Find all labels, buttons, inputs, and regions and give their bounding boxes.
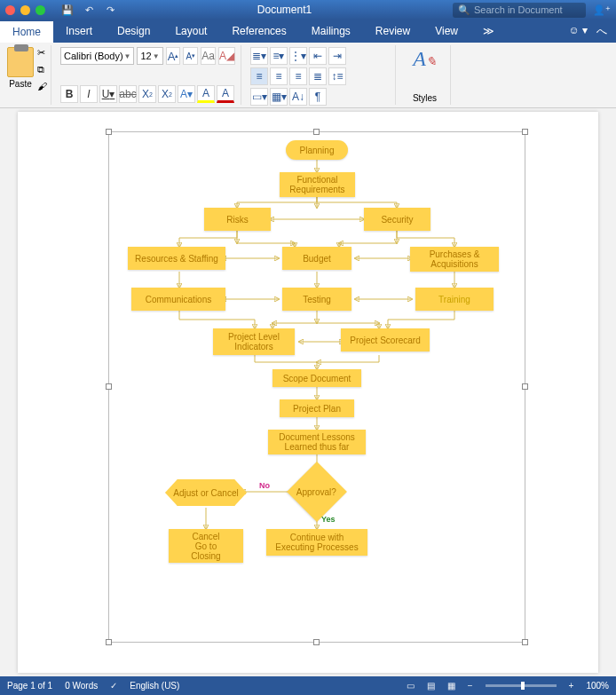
minimize-window[interactable] [20,5,30,15]
tab-overflow[interactable]: ≫ [470,20,507,43]
node-risks: Risks [204,208,271,231]
node-cancel: Cancel Go to Closing [169,529,243,563]
align-left-button[interactable]: ≡ [250,67,268,85]
tab-layout[interactable]: Layout [162,20,219,43]
shading-button[interactable]: ▭▾ [250,88,268,106]
highlight-button[interactable]: A [197,85,215,103]
tab-insert[interactable]: Insert [53,20,105,43]
node-testing: Testing [282,288,351,311]
node-security: Security [364,208,430,231]
maximize-window[interactable] [36,5,45,15]
status-page[interactable]: Page 1 of 1 [7,681,52,691]
copy-icon[interactable]: ⧉ [37,64,47,75]
tab-references[interactable]: References [219,20,298,43]
spellcheck-icon[interactable]: ✓ [110,681,117,691]
superscript-button[interactable]: X2 [158,85,176,103]
zoom-out-button[interactable]: − [468,681,473,691]
numbering-button[interactable]: ≡▾ [270,47,288,65]
indent-button[interactable]: ⇥ [328,47,346,65]
align-right-button[interactable]: ≡ [289,67,307,85]
underline-button[interactable]: U▾ [99,85,117,103]
outdent-button[interactable]: ⇤ [309,47,327,65]
status-lang[interactable]: English (US) [130,681,179,691]
tab-view[interactable]: View [423,20,470,43]
text-effects-button[interactable]: A▾ [178,85,195,103]
tab-review[interactable]: Review [363,20,423,43]
paste-icon[interactable] [7,47,34,77]
document-title: Document1 [116,4,453,16]
cut-icon[interactable]: ✂ [37,47,47,59]
label-no: No [259,481,270,490]
label-yes: Yes [321,515,336,524]
font-size-select[interactable]: 12▼ [137,47,162,65]
node-resources: Resources & Staffing [128,247,225,270]
search-icon: 🔍 [458,4,470,16]
node-planning: Planning [286,140,348,160]
ribbon-toggle-icon[interactable]: へ [596,24,607,39]
format-painter-icon[interactable]: 🖌 [37,81,47,91]
bullets-button[interactable]: ≣▾ [250,47,268,65]
italic-button[interactable]: I [80,85,98,103]
search-input[interactable]: 🔍 Search in Document [453,3,586,18]
node-comms: Communications [131,288,225,311]
save-icon[interactable]: 💾 [61,4,74,16]
styles-icon[interactable]: A✎ [413,47,437,71]
tab-home[interactable]: Home [0,20,53,43]
align-center-button[interactable]: ≡ [270,67,288,85]
node-training: Training [415,288,494,311]
show-marks-button[interactable]: ¶ [309,88,327,106]
sort-button[interactable]: A↓ [289,88,307,106]
clear-format-button[interactable]: A◢ [218,47,235,65]
node-adjust: Adjust or Cancel [165,479,247,506]
share-icon[interactable]: 👤⁺ [593,4,611,16]
zoom-in-button[interactable]: + [569,681,574,691]
zoom-level[interactable]: 100% [586,681,609,691]
node-scorecard: Project Scorecard [341,328,430,351]
paste-button[interactable]: Paste [9,79,32,89]
node-budget: Budget [282,247,351,270]
tab-design[interactable]: Design [105,20,162,43]
node-continue: Continue with Executing Processes [266,529,367,556]
node-lessons: Document Lessons Learned thus far [268,430,366,454]
strike-button[interactable]: abc [119,85,137,103]
tab-mailings[interactable]: Mailings [299,20,363,43]
justify-button[interactable]: ≣ [309,67,327,85]
change-case-button[interactable]: Aa [201,47,216,65]
node-plan: Project Plan [280,399,354,417]
undo-icon[interactable]: ↶ [83,4,95,16]
multilevel-button[interactable]: ⋮▾ [289,47,307,65]
node-funcreq: Functional Requirements [280,172,355,197]
status-words[interactable]: 0 Words [65,681,98,691]
close-window[interactable] [5,5,15,15]
grow-font-button[interactable]: A▴ [166,47,181,65]
redo-icon[interactable]: ↷ [104,4,116,16]
line-spacing-button[interactable]: ↕≡ [328,67,346,85]
font-color-button[interactable]: A [217,85,234,103]
smiley-icon[interactable]: ☺ ▾ [568,24,588,39]
selection-frame[interactable] [108,131,525,643]
node-scope: Scope Document [272,369,361,387]
node-purchases: Purchases & Acquisitions [410,247,499,272]
zoom-slider[interactable] [486,684,557,687]
shrink-font-button[interactable]: A▾ [183,47,198,65]
font-name-select[interactable]: Calibri (Body)▼ [60,47,134,65]
print-layout-icon[interactable]: ▤ [427,681,435,691]
focus-view-icon[interactable]: ▭ [407,681,415,691]
rotate-handle-icon[interactable]: ⟳ [304,108,312,109]
web-layout-icon[interactable]: ▦ [447,681,455,691]
subscript-button[interactable]: X2 [138,85,156,103]
node-indicators: Project Level Indicators [213,328,295,355]
document-page[interactable]: ⟳ [18,112,598,673]
styles-button[interactable]: Styles [413,93,437,103]
borders-button[interactable]: ▦▾ [270,88,288,106]
bold-button[interactable]: B [60,85,78,103]
